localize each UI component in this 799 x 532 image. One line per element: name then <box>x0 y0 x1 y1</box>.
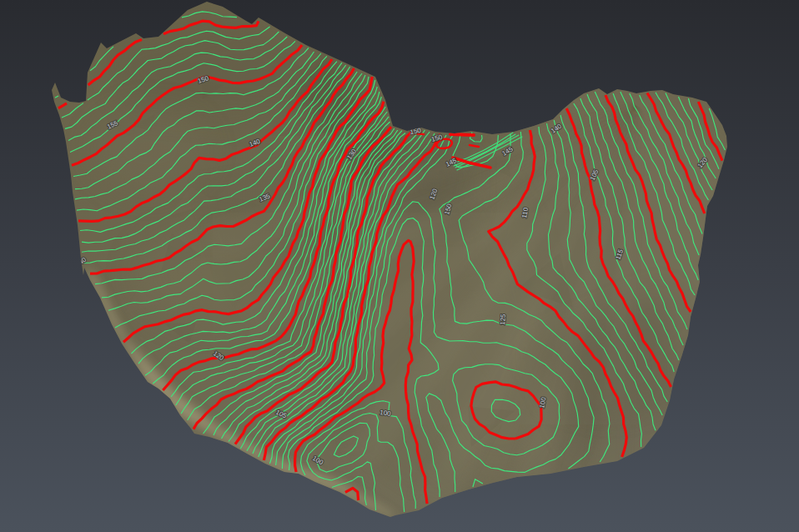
svg-text:125: 125 <box>499 314 507 326</box>
svg-text:100: 100 <box>379 409 392 418</box>
